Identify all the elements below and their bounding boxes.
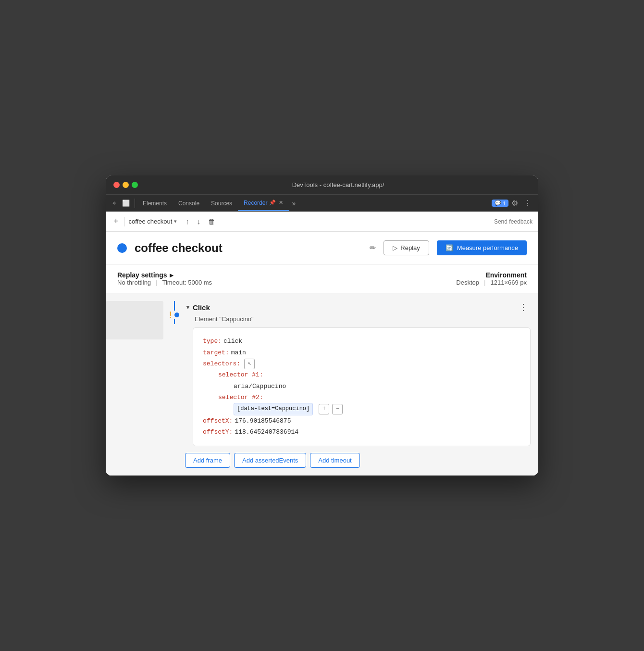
env-type: Desktop xyxy=(456,279,479,286)
recording-header: coffee checkout ✏ ▷ Replay 🔄 Measure per… xyxy=(106,232,538,264)
recording-select[interactable]: coffee checkout ▾ xyxy=(129,218,177,225)
code-selector2-line: selector #2: xyxy=(218,392,520,403)
add-timeout-button[interactable]: Add timeout xyxy=(310,453,359,468)
tab-elements[interactable]: Elements xyxy=(137,196,173,211)
selector2-key: selector #2: xyxy=(218,392,263,403)
code-selector1-val-line: aria/Cappucino xyxy=(234,381,520,392)
code-target-line: target: main xyxy=(203,347,520,358)
target-val: main xyxy=(231,347,246,358)
settings-title-text: Replay settings xyxy=(117,271,167,279)
minimize-button[interactable] xyxy=(123,182,129,188)
step-item: ! ▼ Click ⋮ Element "Cappucino" xyxy=(106,301,538,468)
import-button[interactable]: ↓ xyxy=(194,215,204,227)
step-connector: ! xyxy=(163,301,185,324)
measure-performance-button[interactable]: 🔄 Measure performance xyxy=(437,240,527,255)
throttling-value: No throttling xyxy=(117,279,156,286)
step-type-label: Click xyxy=(193,303,516,312)
chevron-down-icon: ▾ xyxy=(174,218,177,225)
offsetx-key: offsetX: xyxy=(203,415,233,426)
replay-button[interactable]: ▷ Replay xyxy=(384,240,429,255)
selector2-val-box: [data-test=Cappucino] xyxy=(234,403,313,415)
selector1-key: selector #1: xyxy=(218,369,263,380)
measure-icon: 🔄 xyxy=(446,244,453,251)
badge-button[interactable]: 💬 1 xyxy=(492,200,508,207)
step-content: ▼ Click ⋮ Element "Cappucino" type: clic… xyxy=(185,301,531,468)
target-key: target: xyxy=(203,347,229,358)
badge-icon: 💬 xyxy=(495,200,501,206)
settings-separator: | xyxy=(156,279,162,286)
edit-title-icon[interactable]: ✏ xyxy=(370,243,376,252)
tab-recorder[interactable]: Recorder 📌 ✕ xyxy=(238,196,289,211)
send-feedback-link[interactable]: Send feedback xyxy=(494,218,533,225)
offsety-key: offsetY: xyxy=(203,426,233,438)
steps-area: ! ▼ Click ⋮ Element "Cappucino" xyxy=(106,293,538,476)
add-selector-button[interactable]: + xyxy=(319,404,329,414)
recording-status-dot xyxy=(117,243,127,253)
recorder-toolbar: + coffee checkout ▾ ↑ ↓ 🗑 Send feedback xyxy=(106,212,538,232)
toolbar-icons: ↑ ↓ 🗑 xyxy=(183,215,218,227)
replay-label: Replay xyxy=(400,244,420,251)
settings-row: Replay settings ▶ No throttling | Timeou… xyxy=(117,271,527,286)
replay-settings-title[interactable]: Replay settings ▶ xyxy=(117,271,217,279)
code-selector2-val-line: [data-test=Cappucino] + − xyxy=(234,403,520,415)
expand-step-icon[interactable]: ▼ xyxy=(185,304,191,311)
settings-left: Replay settings ▶ No throttling | Timeou… xyxy=(117,271,217,286)
type-val: click xyxy=(223,336,242,347)
step-header: ▼ Click ⋮ xyxy=(185,301,531,313)
settings-right: Environment Desktop | 1211×669 px xyxy=(456,271,527,286)
code-offsety-line: offsetY: 118.6452407836914 xyxy=(203,426,520,438)
cursor-icon[interactable]: ⌖ xyxy=(110,195,119,211)
timeout-value: Timeout: 5000 ms xyxy=(162,279,217,286)
type-key: type: xyxy=(203,336,222,347)
gear-icon[interactable]: ⚙ xyxy=(508,195,521,212)
env-size: 1211×669 px xyxy=(490,279,527,286)
code-type-line: type: click xyxy=(203,336,520,347)
toolbar-divider xyxy=(124,217,125,226)
offsety-val: 118.6452407836914 xyxy=(235,426,298,438)
devtools-window: DevTools - coffee-cart.netlify.app/ ⌖ ⬜ … xyxy=(106,175,538,476)
measure-label: Measure performance xyxy=(457,244,518,251)
add-recording-button[interactable]: + xyxy=(111,215,121,227)
tab-separator-1 xyxy=(135,199,135,208)
pin-icon: 📌 xyxy=(269,200,276,206)
close-button[interactable] xyxy=(113,182,120,188)
title-bar: DevTools - coffee-cart.netlify.app/ xyxy=(106,175,538,194)
delete-button[interactable]: 🗑 xyxy=(205,215,218,227)
replay-settings-bar: Replay settings ▶ No throttling | Timeou… xyxy=(106,264,538,293)
step-element-label: Element "Cappucino" xyxy=(195,315,531,323)
replay-play-icon: ▷ xyxy=(393,244,397,251)
maximize-button[interactable] xyxy=(132,182,138,188)
offsetx-val: 176.90185546875 xyxy=(235,415,291,426)
content-area: coffee checkout ✏ ▷ Replay 🔄 Measure per… xyxy=(106,232,538,476)
environment-details: Desktop | 1211×669 px xyxy=(456,279,527,286)
more-tabs-icon[interactable]: » xyxy=(289,196,298,211)
selectors-key: selectors: xyxy=(203,358,240,369)
add-frame-button[interactable]: Add frame xyxy=(185,453,230,468)
device-icon[interactable]: ⬜ xyxy=(119,196,133,211)
connector-line-bottom xyxy=(174,319,175,324)
recording-name: coffee checkout xyxy=(129,218,173,225)
settings-arrow-icon: ▶ xyxy=(170,273,173,278)
step-thumbnail xyxy=(106,301,163,339)
connector-dot xyxy=(174,313,179,317)
warning-icon: ! xyxy=(169,311,172,319)
step-more-button[interactable]: ⋮ xyxy=(516,301,531,313)
tab-recorder-label: Recorder xyxy=(244,200,267,206)
settings-details: No throttling | Timeout: 5000 ms xyxy=(117,279,217,286)
selector-action-icons: + − xyxy=(317,404,343,414)
recording-title: coffee checkout xyxy=(135,241,360,255)
code-offsetx-line: offsetX: 176.90185546875 xyxy=(203,415,520,426)
selector1-val: aria/Cappucino xyxy=(234,381,286,392)
tab-console[interactable]: Console xyxy=(173,196,205,211)
close-tab-icon[interactable]: ✕ xyxy=(279,200,283,206)
traffic-lights xyxy=(113,182,138,188)
add-asserted-events-button[interactable]: Add assertedEvents xyxy=(234,453,306,468)
tab-sources[interactable]: Sources xyxy=(205,196,238,211)
environment-title: Environment xyxy=(456,271,527,279)
connector-line-top xyxy=(174,301,175,311)
more-options-icon[interactable]: ⋮ xyxy=(521,195,534,212)
export-button[interactable]: ↑ xyxy=(183,215,192,227)
code-selectors-line: selectors: ↖ xyxy=(203,358,520,369)
remove-selector-button[interactable]: − xyxy=(332,404,343,414)
selector-tool-icon[interactable]: ↖ xyxy=(244,359,255,369)
